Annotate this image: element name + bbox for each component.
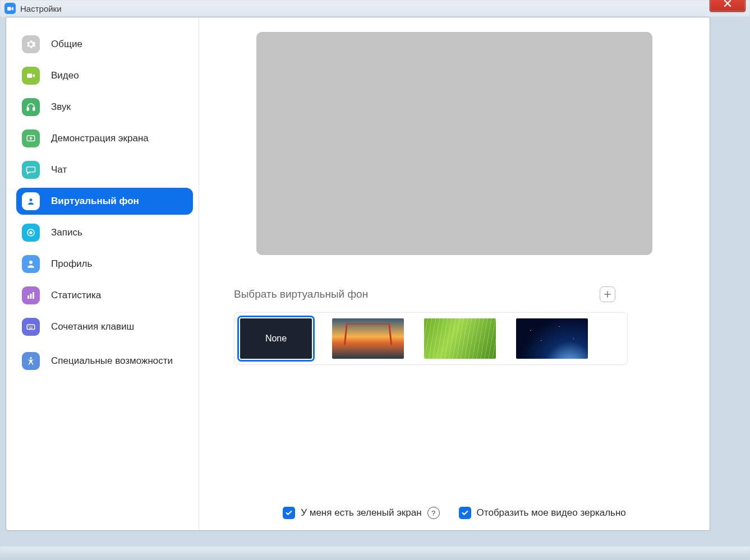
- stats-icon: [22, 286, 40, 304]
- sidebar-item-label: Статистика: [51, 290, 101, 301]
- sidebar-item-label: Общие: [51, 39, 82, 50]
- sidebar-item-virtual-background[interactable]: Виртуальный фон: [16, 188, 193, 215]
- sidebar-item-audio[interactable]: Звук: [16, 94, 193, 121]
- green-screen-checkbox[interactable]: [283, 507, 295, 519]
- sidebar-item-label: Специальные возможности: [51, 355, 173, 367]
- sidebar-item-label: Видео: [51, 70, 79, 81]
- green-screen-option: У меня есть зеленый экран ?: [283, 507, 439, 519]
- sidebar-item-label: Звук: [51, 101, 71, 113]
- content-pane: Выбрать виртуальный фон None У меня есть…: [199, 17, 710, 530]
- green-screen-help[interactable]: ?: [427, 507, 440, 519]
- mirror-video-label: Отобразить мое видео зеркально: [477, 507, 626, 519]
- svg-point-14: [29, 326, 30, 327]
- footer-options: У меня есть зеленый экран ? Отобразить м…: [199, 507, 710, 519]
- svg-rect-17: [29, 328, 33, 328]
- headphones-icon: [22, 98, 40, 116]
- section-header: Выбрать виртуальный фон: [234, 286, 615, 302]
- window-title: Настройки: [20, 4, 62, 13]
- svg-point-6: [30, 198, 33, 201]
- sidebar-item-recording[interactable]: Запись: [16, 219, 193, 246]
- bg-option-space[interactable]: [516, 318, 588, 359]
- svg-point-9: [29, 261, 33, 264]
- accessibility-icon: [22, 352, 40, 370]
- sidebar-item-profile[interactable]: Профиль: [16, 251, 193, 277]
- background-taskbar: [0, 547, 750, 560]
- bg-option-bridge[interactable]: [332, 318, 404, 359]
- sidebar-item-share-screen[interactable]: Демонстрация экрана: [16, 125, 193, 152]
- add-background-button[interactable]: [600, 286, 615, 302]
- share-icon: [22, 129, 40, 147]
- background-thumbnails: None: [234, 312, 628, 365]
- svg-point-15: [30, 326, 31, 327]
- svg-point-16: [32, 326, 33, 327]
- sidebar-item-general[interactable]: Общие: [16, 31, 193, 58]
- svg-point-18: [30, 357, 32, 359]
- sidebar-item-label: Виртуальный фон: [51, 196, 139, 207]
- svg-rect-11: [30, 294, 32, 299]
- section-title: Выбрать виртуальный фон: [234, 288, 368, 300]
- close-icon: [723, 0, 732, 8]
- bg-option-none-label: None: [265, 334, 287, 344]
- bg-option-grass[interactable]: [424, 318, 496, 359]
- plus-icon: [604, 290, 611, 298]
- video-preview: [256, 32, 652, 255]
- sidebar-item-statistics[interactable]: Статистика: [16, 282, 193, 309]
- svg-rect-2: [27, 108, 29, 110]
- sidebar-item-label: Чат: [51, 164, 67, 175]
- sidebar-item-keyboard-shortcuts[interactable]: Сочетания клавиш: [16, 313, 193, 340]
- sidebar-item-chat[interactable]: Чат: [16, 156, 193, 183]
- close-button[interactable]: [710, 0, 746, 12]
- settings-window: Общие Видео Звук Демонстрация экрана Чат: [6, 17, 710, 531]
- sidebar: Общие Видео Звук Демонстрация экрана Чат: [6, 17, 199, 530]
- check-icon: [461, 509, 469, 517]
- check-icon: [285, 509, 293, 517]
- svg-rect-12: [33, 292, 34, 299]
- sidebar-item-label: Запись: [51, 227, 82, 238]
- svg-rect-10: [27, 295, 29, 299]
- svg-rect-3: [33, 108, 35, 110]
- mirror-video-option: Отобразить мое видео зеркально: [459, 507, 626, 519]
- titlebar: Настройки: [1, 0, 750, 17]
- record-icon: [22, 224, 40, 242]
- video-icon: [22, 67, 40, 85]
- app-icon: [4, 3, 16, 14]
- portrait-icon: [22, 192, 40, 210]
- sidebar-item-label: Сочетания клавиш: [51, 321, 134, 332]
- person-icon: [22, 255, 40, 273]
- mirror-video-checkbox[interactable]: [459, 507, 471, 519]
- sidebar-item-label: Демонстрация экрана: [51, 133, 149, 144]
- sidebar-item-video[interactable]: Видео: [16, 62, 193, 89]
- keyboard-icon: [22, 318, 40, 336]
- green-screen-label: У меня есть зеленый экран: [301, 507, 421, 519]
- svg-point-8: [29, 231, 32, 234]
- svg-rect-1: [27, 73, 32, 78]
- bg-option-none[interactable]: None: [240, 318, 312, 359]
- chat-icon: [22, 161, 40, 179]
- svg-rect-0: [7, 7, 11, 11]
- svg-rect-13: [27, 325, 35, 329]
- sidebar-item-accessibility[interactable]: Специальные возможности: [16, 345, 193, 377]
- gear-icon: [22, 35, 40, 53]
- sidebar-item-label: Профиль: [51, 258, 92, 270]
